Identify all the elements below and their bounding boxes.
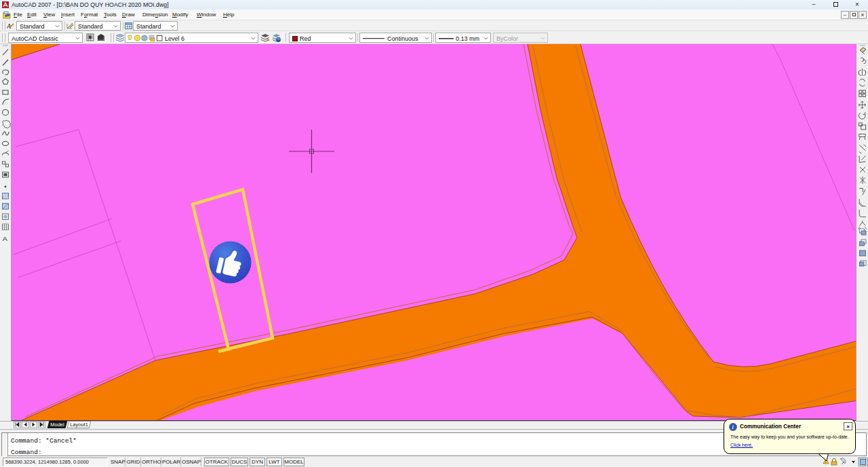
svg-text:A: A: [3, 235, 7, 242]
